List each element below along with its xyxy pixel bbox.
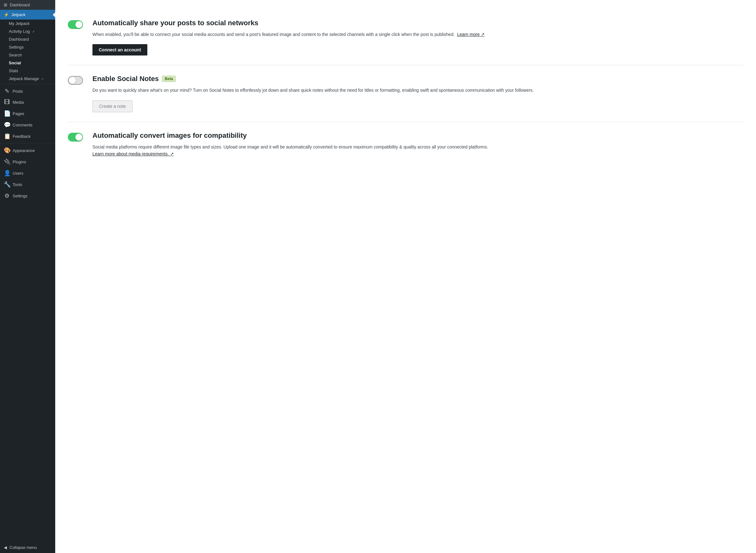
sidebar-item-settings-main[interactable]: ⚙ Settings bbox=[0, 190, 55, 202]
sidebar-item-settings[interactable]: Settings bbox=[0, 43, 55, 51]
appearance-label: Appearance bbox=[13, 148, 35, 153]
tools-label: Tools bbox=[13, 182, 22, 187]
autoshare-learn-more-link[interactable]: Learn more ↗ bbox=[457, 32, 485, 37]
sidebar-item-appearance[interactable]: 🎨 Appearance bbox=[0, 145, 55, 156]
connect-account-button[interactable]: Connect an account bbox=[92, 44, 147, 56]
sidebar-item-feedback[interactable]: 📋 Feedback bbox=[0, 131, 55, 142]
sidebar-item-search[interactable]: Search bbox=[0, 51, 55, 59]
collapse-menu-button[interactable]: ◀ Collapse menu bbox=[0, 542, 55, 553]
toggle-col-2 bbox=[68, 75, 83, 86]
social-notes-toggle[interactable] bbox=[68, 76, 83, 85]
beta-badge: Beta bbox=[162, 76, 176, 82]
sidebar-item-users[interactable]: 👤 Users bbox=[0, 167, 55, 179]
feature-section-convert-images: Automatically convert images for compati… bbox=[68, 122, 743, 173]
sidebar-item-posts[interactable]: ✎ Posts bbox=[0, 85, 55, 97]
collapse-label: Collapse menu bbox=[9, 545, 37, 550]
media-icon: 🎞 bbox=[4, 99, 10, 106]
autoshare-content: Automatically share your posts to social… bbox=[92, 19, 743, 56]
users-icon: 👤 bbox=[4, 170, 10, 176]
sidebar-item-stats[interactable]: Stats bbox=[0, 67, 55, 75]
feature-section-autoshare: Automatically share your posts to social… bbox=[68, 9, 743, 65]
external-link-icon4: ↗ bbox=[170, 151, 174, 156]
convert-images-description: Social media platforms require different… bbox=[92, 144, 743, 158]
external-link-icon: ↗ bbox=[32, 30, 35, 33]
social-notes-title: Enable Social Notes Beta bbox=[92, 75, 743, 83]
tools-icon: 🔧 bbox=[4, 181, 10, 188]
posts-icon: ✎ bbox=[4, 88, 10, 95]
media-label: Media bbox=[13, 100, 24, 105]
stats-label: Stats bbox=[9, 68, 18, 73]
convert-images-toggle-knob bbox=[75, 134, 82, 141]
sidebar-item-plugins[interactable]: 🔌 Plugins bbox=[0, 156, 55, 167]
appearance-icon: 🎨 bbox=[4, 147, 10, 154]
comments-label: Comments bbox=[13, 123, 32, 128]
autoshare-toggle-knob bbox=[75, 21, 82, 28]
plugins-icon: 🔌 bbox=[4, 158, 10, 165]
main-content: Automatically share your posts to social… bbox=[55, 0, 756, 553]
social-notes-content: Enable Social Notes Beta Do you want to … bbox=[92, 75, 743, 112]
jetpack-icon: ⚡ bbox=[4, 12, 9, 17]
users-label: Users bbox=[13, 171, 23, 176]
jetpack-submenu: My Jetpack Activity Log ↗ Dashboard Sett… bbox=[0, 19, 55, 83]
social-label: Social bbox=[9, 61, 21, 65]
external-link-icon2: ↗ bbox=[41, 77, 44, 81]
jetpack-label: Jetpack bbox=[11, 12, 25, 17]
sidebar-item-tools[interactable]: 🔧 Tools bbox=[0, 179, 55, 190]
search-label: Search bbox=[9, 53, 22, 57]
feedback-icon: 📋 bbox=[4, 133, 10, 140]
sidebar-item-media[interactable]: 🎞 Media bbox=[0, 97, 55, 108]
dashboard-sub-label: Dashboard bbox=[9, 37, 29, 42]
settings-label: Settings bbox=[9, 45, 24, 50]
sidebar: ⊞ Dashboard ⚡ Jetpack My Jetpack Activit… bbox=[0, 0, 55, 553]
dashboard-icon: ⊞ bbox=[4, 3, 7, 7]
autoshare-description: When enabled, you'll be able to connect … bbox=[92, 31, 743, 38]
feedback-label: Feedback bbox=[13, 134, 30, 139]
activity-log-label: Activity Log bbox=[9, 29, 30, 34]
social-notes-toggle-knob bbox=[69, 77, 76, 84]
sidebar-item-jetpack-manage[interactable]: Jetpack Manage ↗ bbox=[0, 75, 55, 83]
toggle-col-1 bbox=[68, 19, 83, 30]
toggle-col-3 bbox=[68, 132, 83, 143]
sidebar-item-jetpack[interactable]: ⚡ Jetpack bbox=[0, 10, 55, 19]
external-link-icon3: ↗ bbox=[481, 32, 485, 37]
sidebar-item-my-jetpack[interactable]: My Jetpack bbox=[0, 19, 55, 27]
comments-icon: 💬 bbox=[4, 122, 10, 128]
sidebar-item-pages[interactable]: 📄 Pages bbox=[0, 108, 55, 119]
posts-label: Posts bbox=[13, 89, 23, 94]
pages-icon: 📄 bbox=[4, 110, 10, 117]
dashboard-label: Dashboard bbox=[10, 3, 30, 7]
sidebar-item-dashboard-sub[interactable]: Dashboard bbox=[0, 35, 55, 43]
jetpack-manage-label: Jetpack Manage bbox=[9, 76, 39, 81]
autoshare-toggle[interactable] bbox=[68, 20, 83, 29]
collapse-icon: ◀ bbox=[4, 545, 7, 550]
sidebar-item-activity-log[interactable]: Activity Log ↗ bbox=[0, 27, 55, 35]
media-requirements-link[interactable]: Learn more about media requirements. ↗ bbox=[92, 151, 174, 156]
autoshare-title: Automatically share your posts to social… bbox=[92, 19, 743, 27]
feature-section-social-notes: Enable Social Notes Beta Do you want to … bbox=[68, 65, 743, 122]
pages-label: Pages bbox=[13, 111, 24, 116]
sidebar-item-social[interactable]: Social bbox=[0, 59, 55, 67]
convert-images-title: Automatically convert images for compati… bbox=[92, 132, 743, 140]
convert-images-content: Automatically convert images for compati… bbox=[92, 132, 743, 164]
convert-images-toggle[interactable] bbox=[68, 133, 83, 142]
sidebar-item-comments[interactable]: 💬 Comments bbox=[0, 119, 55, 131]
my-jetpack-label: My Jetpack bbox=[9, 21, 30, 26]
social-notes-description: Do you want to quickly share what's on y… bbox=[92, 87, 743, 94]
settings-main-label: Settings bbox=[13, 193, 27, 198]
sidebar-item-dashboard[interactable]: ⊞ Dashboard bbox=[0, 0, 55, 10]
create-note-button[interactable]: Create a note bbox=[92, 100, 133, 112]
settings-main-icon: ⚙ bbox=[4, 192, 10, 199]
plugins-label: Plugins bbox=[13, 160, 26, 164]
